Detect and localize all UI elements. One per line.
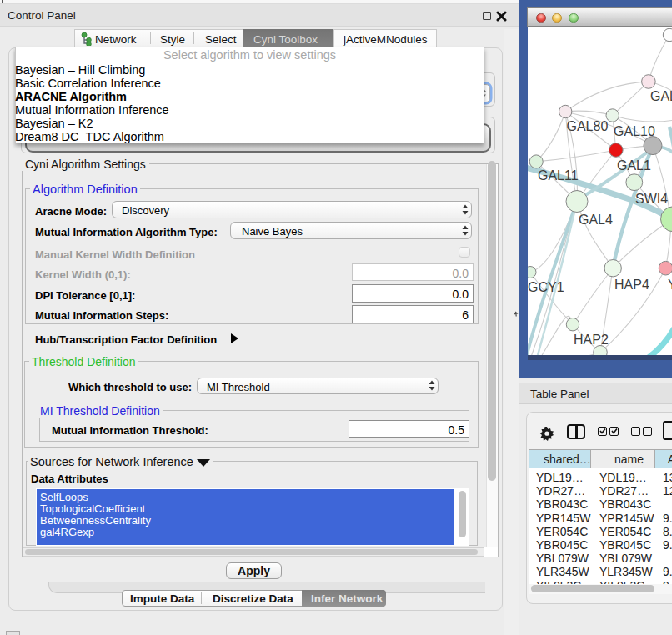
svg-text:GCY1: GCY1 bbox=[528, 280, 564, 294]
svg-text:GAL4: GAL4 bbox=[579, 212, 613, 227]
svg-text:Y: Y bbox=[668, 278, 672, 292]
svg-text:GAL10: GAL10 bbox=[614, 124, 655, 138]
svg-text:HAP4: HAP4 bbox=[614, 278, 649, 292]
svg-text:GAL1: GAL1 bbox=[617, 158, 651, 172]
svg-text:HAP2: HAP2 bbox=[574, 332, 609, 347]
svg-text:SWI4: SWI4 bbox=[635, 192, 668, 206]
svg-text:GAL7: GAL7 bbox=[650, 89, 672, 103]
svg-text:GAL80: GAL80 bbox=[567, 119, 609, 133]
svg-text:GAL11: GAL11 bbox=[538, 168, 579, 182]
